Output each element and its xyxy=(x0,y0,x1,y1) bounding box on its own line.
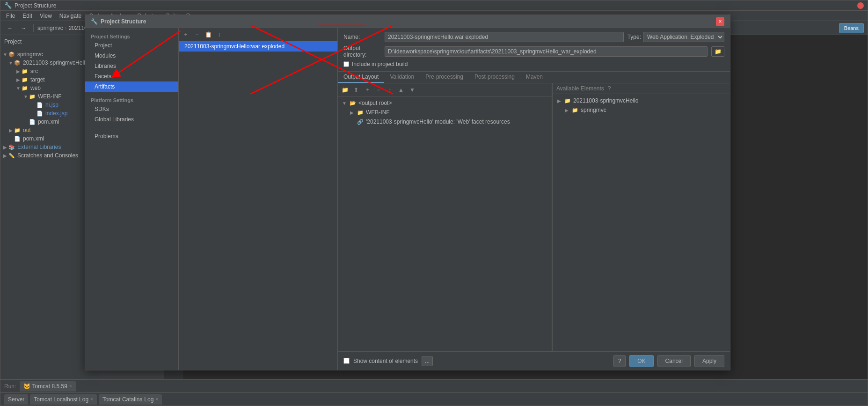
available-tree: ▶ 📁 20211003-springmvcHello ▶ 📁 springmv… xyxy=(553,94,730,351)
bottom-tab-catalina-log[interactable]: Tomcat Catalina Log × xyxy=(99,394,162,405)
show-content-row: Show content of elements ... xyxy=(343,356,433,366)
include-build-row: Include in project build xyxy=(343,61,724,67)
settings-item-facets[interactable]: Facets xyxy=(85,71,178,81)
artifact-copy-button[interactable]: 📋 xyxy=(203,30,213,40)
avail-project-icon: 📁 xyxy=(564,97,571,104)
avail-springmvc-label: springmvc xyxy=(581,107,606,113)
avail-springmvc-icon: 📁 xyxy=(571,106,579,114)
close-button[interactable] xyxy=(857,2,864,9)
settings-list: Project Settings Project Modules Librari… xyxy=(85,28,179,370)
bottom-tab-catalina-close-icon[interactable]: × xyxy=(155,397,158,402)
tree-label-web: web xyxy=(30,85,41,91)
dialog-footer: Show content of elements ... ? OK Cancel… xyxy=(338,351,730,370)
layout-folder-icon[interactable]: 📁 xyxy=(340,85,350,95)
apply-button[interactable]: Apply xyxy=(694,355,724,367)
bottom-tab-catalina-label: Tomcat Catalina Log xyxy=(102,396,153,403)
tree-arrow-scratches: ▶ xyxy=(2,153,8,158)
output-tab-maven[interactable]: Maven xyxy=(520,72,548,83)
include-build-checkbox[interactable] xyxy=(343,61,349,67)
output-tab-preprocessing[interactable]: Pre-processing xyxy=(420,72,469,83)
run-tomcat-tab[interactable]: 🐱 Tomcat 8.5.59 × xyxy=(20,381,75,391)
bottom-tab-server-label: Server xyxy=(8,396,24,403)
browse-output-dir-button[interactable]: 📁 xyxy=(711,46,724,57)
project-structure-dialog: 🔧 Project Structure × Project Settings P… xyxy=(85,15,730,370)
run-tab-close-icon[interactable]: × xyxy=(69,384,72,389)
tree-label-pom-root: pom.xml xyxy=(23,135,44,142)
output-tab-postprocessing[interactable]: Post-processing xyxy=(469,72,520,83)
dialog-close-button[interactable]: × xyxy=(716,17,724,26)
settings-item-artifacts[interactable]: Artifacts xyxy=(85,81,178,92)
tree-arrow-springmvc: ▼ xyxy=(2,52,8,57)
settings-item-sdks[interactable]: SDKs xyxy=(85,104,178,114)
dialog-icon: 🔧 xyxy=(91,18,98,25)
beans-button[interactable]: Beans xyxy=(839,23,864,33)
layout-remove-btn[interactable]: − xyxy=(373,85,384,95)
available-item-project[interactable]: ▶ 📁 20211003-springmvcHello xyxy=(554,96,728,105)
tree-label-index-jsp: index.jsp xyxy=(45,110,67,117)
layout-move-down-btn[interactable]: ▼ xyxy=(407,85,417,95)
layout-move-up-btn[interactable]: ▲ xyxy=(396,85,406,95)
tree-icon-ext-libs: 📚 xyxy=(8,143,15,151)
settings-item-libraries[interactable]: Libraries xyxy=(85,61,178,71)
output-tree-facet[interactable]: 🔗 '20211003-springmvcHello' module: 'Web… xyxy=(340,117,550,126)
output-facet-label: '20211003-springmvcHello' module: 'Web' … xyxy=(366,118,510,125)
footer-left: Show content of elements ... xyxy=(343,356,433,366)
tree-arrow-web: ▼ xyxy=(15,85,21,91)
show-content-checkbox[interactable] xyxy=(343,358,350,364)
tree-arrow-hi-jsp xyxy=(30,102,36,108)
forward-button[interactable]: → xyxy=(18,23,29,33)
settings-item-project[interactable]: Project xyxy=(85,40,178,51)
title-bar: 🔧 Project Structure xyxy=(0,0,868,11)
tree-label-target: target xyxy=(30,76,45,83)
tree-icon-pom-web: 📄 xyxy=(29,118,36,125)
output-tab-validation[interactable]: Validation xyxy=(384,72,420,83)
tree-label-src: src xyxy=(30,68,38,74)
bottom-tab-server[interactable]: Server xyxy=(4,394,28,405)
available-item-springmvc[interactable]: ▶ 📁 springmvc xyxy=(554,105,728,115)
type-select[interactable]: Web Application: Exploded xyxy=(643,32,724,42)
output-tab-layout[interactable]: Output Layout xyxy=(338,72,384,83)
settings-item-problems[interactable]: Problems xyxy=(85,131,178,141)
run-tab-label: 🐱 Tomcat 8.5.59 xyxy=(23,383,67,390)
help-button[interactable]: ? xyxy=(613,355,626,367)
settings-item-global-libs[interactable]: Global Libraries xyxy=(85,114,178,125)
breadcrumb-sep-1: › xyxy=(65,25,67,31)
dialog-title: Project Structure xyxy=(101,18,716,25)
avail-project-arrow: ▶ xyxy=(556,98,562,103)
artifact-add-button[interactable]: + xyxy=(181,30,191,40)
tree-label-scratches: Scratches and Consoles xyxy=(17,152,78,159)
back-button[interactable]: ← xyxy=(4,23,16,33)
window-controls xyxy=(857,2,864,9)
artifact-item-war-exploded[interactable]: 20211003-springmvcHello:war exploded xyxy=(179,41,337,52)
output-tree-root[interactable]: ▼ 📂 <output root> xyxy=(340,98,550,108)
layout-up-icon[interactable]: ⬆ xyxy=(351,85,361,95)
run-label: Run: xyxy=(4,383,16,390)
settings-item-modules[interactable]: Modules xyxy=(85,51,178,61)
name-input[interactable] xyxy=(385,32,624,42)
output-dir-input[interactable] xyxy=(385,46,708,57)
tree-icon-hi-jsp: 📄 xyxy=(36,101,44,109)
bottom-tab-localhost-close-icon[interactable]: × xyxy=(90,397,93,402)
menu-file[interactable]: File xyxy=(2,12,19,20)
available-elements-label: Available Elements xyxy=(556,85,604,92)
menu-navigate[interactable]: Navigate xyxy=(56,12,85,20)
ok-button[interactable]: OK xyxy=(629,355,653,367)
breadcrumb-springmvc[interactable]: springmvc xyxy=(37,25,63,31)
available-help-icon[interactable]: ? xyxy=(608,85,611,92)
output-dir-label: Output directory: xyxy=(343,45,381,58)
bottom-tab-localhost-log[interactable]: Tomcat Localhost Log × xyxy=(30,394,97,405)
output-webinf-arrow: ▶ xyxy=(349,110,355,115)
available-elements-panel: Available Elements ? ▶ 📁 20211003-spring… xyxy=(552,83,730,351)
type-label: Type: xyxy=(627,34,641,40)
menu-edit[interactable]: Edit xyxy=(19,12,36,20)
cancel-button[interactable]: Cancel xyxy=(657,355,691,367)
menu-view[interactable]: View xyxy=(36,12,56,20)
output-tree-webinf[interactable]: ▶ 📁 WEB-INF xyxy=(340,108,550,117)
artifact-sort-button[interactable]: ↕ xyxy=(214,30,225,40)
layout-add-btn[interactable]: + xyxy=(362,85,372,95)
show-content-dots-btn[interactable]: ... xyxy=(422,356,433,366)
layout-sort-btn[interactable]: ↕ xyxy=(385,85,395,95)
tree-arrow-index-jsp xyxy=(30,111,36,116)
artifact-remove-button[interactable]: − xyxy=(192,30,202,40)
output-root-label: <output root> xyxy=(358,100,392,106)
